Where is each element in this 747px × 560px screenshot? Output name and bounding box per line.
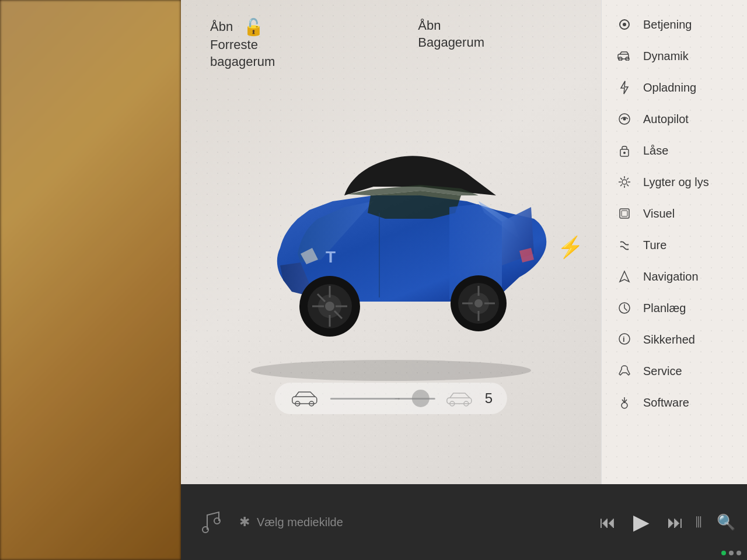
lygter-label: Lygter og lys	[643, 176, 709, 189]
sidebar-item-software[interactable]: Software	[602, 387, 747, 418]
svg-point-36	[623, 152, 626, 154]
ture-icon	[616, 237, 633, 253]
visuel-icon	[616, 205, 633, 222]
dynamik-label: Dynamik	[643, 50, 689, 63]
front-trunk-line1: Åbn	[210, 19, 233, 36]
svg-text:i: i	[623, 335, 625, 344]
visuel-label: Visuel	[643, 207, 675, 220]
front-trunk-button[interactable]: Åbn 🔓 Forreste bagagerum	[210, 18, 275, 70]
svg-point-5	[325, 302, 334, 311]
opladning-label: Opladning	[643, 81, 696, 94]
sikkerhed-label: Sikkerhed	[643, 333, 695, 346]
svg-marker-48	[620, 271, 629, 282]
spotify-dot-2	[729, 551, 734, 555]
sidebar-item-betjening[interactable]: Betjening	[602, 9, 747, 40]
betjening-label: Betjening	[643, 18, 692, 32]
svg-line-44	[627, 178, 629, 180]
media-right-controls: ⫴ 🔍	[695, 513, 735, 532]
service-icon	[616, 363, 633, 379]
svg-rect-46	[620, 209, 629, 218]
svg-line-45	[620, 184, 622, 186]
front-trunk-line2: Forreste	[210, 37, 258, 54]
sidebar-item-laase[interactable]: Låse	[602, 135, 747, 166]
sidebar-item-navigation[interactable]: Navigation	[602, 261, 747, 292]
svg-rect-29	[618, 54, 629, 59]
planlaeg-label: Planlæg	[643, 302, 686, 315]
suspension-control[interactable]: → 5	[275, 383, 507, 414]
laase-label: Låse	[643, 144, 668, 158]
navigation-icon	[616, 268, 633, 285]
settings-sidebar: Betjening Dynamik Opladning Autopilot	[601, 0, 747, 484]
svg-rect-24	[447, 398, 472, 404]
sidebar-item-autopilot[interactable]: Autopilot	[602, 103, 747, 135]
sikkerhed-icon: i	[616, 331, 633, 348]
wooden-background	[0, 0, 181, 560]
lygter-icon	[616, 174, 633, 190]
dynamik-icon	[616, 48, 633, 64]
sidebar-item-lygter[interactable]: Lygter og lys	[602, 166, 747, 198]
svg-line-43	[627, 184, 629, 186]
music-note-icon	[193, 505, 228, 540]
tesla-ui-panel: Åbn 🔓 Forreste bagagerum Åbn Bagagerum	[181, 0, 747, 560]
car-image: T	[216, 137, 566, 382]
rear-trunk-line1: Åbn	[418, 18, 441, 34]
software-icon	[616, 394, 633, 411]
svg-line-42	[620, 178, 622, 180]
svg-point-28	[623, 23, 626, 26]
autopilot-label: Autopilot	[643, 113, 689, 126]
svg-rect-21	[292, 397, 317, 404]
svg-text:T: T	[326, 248, 336, 266]
rear-trunk-line2: Bagagerum	[418, 34, 484, 51]
main-content-area: Åbn 🔓 Forreste bagagerum Åbn Bagagerum	[181, 0, 747, 484]
sidebar-item-dynamik[interactable]: Dynamik	[602, 40, 747, 72]
trunk-controls: Åbn 🔓 Forreste bagagerum Åbn Bagagerum	[210, 18, 484, 70]
sidebar-item-opladning[interactable]: Opladning	[602, 72, 747, 103]
laase-icon	[616, 142, 633, 159]
media-bar: ✱ Vælg mediekilde ⏮ ▶ ⏭ ⫴ 🔍	[181, 484, 747, 560]
service-label: Service	[643, 365, 682, 378]
ture-label: Ture	[643, 239, 666, 252]
car-display-area: Åbn 🔓 Forreste bagagerum Åbn Bagagerum	[181, 0, 601, 484]
suspension-slider-track[interactable]: →	[330, 398, 435, 400]
play-button[interactable]: ▶	[633, 510, 650, 534]
betjening-icon	[616, 16, 633, 33]
sidebar-item-service[interactable]: Service	[602, 355, 747, 387]
svg-point-52	[622, 402, 627, 408]
lightning-bolt-icon: ⚡	[557, 235, 584, 260]
spotify-dot-3	[736, 551, 741, 555]
search-icon[interactable]: 🔍	[717, 513, 735, 531]
suspension-value: 5	[485, 390, 493, 407]
rear-trunk-button[interactable]: Åbn Bagagerum	[418, 18, 484, 51]
equalizer-icon[interactable]: ⫴	[695, 513, 702, 532]
front-trunk-line3: bagagerum	[210, 54, 275, 71]
software-label: Software	[643, 396, 689, 410]
autopilot-icon	[616, 111, 633, 127]
media-source-text: Vælg mediekilde	[257, 516, 343, 529]
navigation-label: Navigation	[643, 270, 699, 284]
media-source-area[interactable]: ✱ Vælg mediekilde	[239, 514, 588, 530]
media-controls: ⏮ ▶ ⏭	[599, 510, 683, 534]
svg-rect-47	[622, 211, 627, 216]
planlaeg-icon	[616, 300, 633, 316]
svg-point-34	[623, 118, 626, 121]
svg-marker-32	[621, 81, 628, 94]
svg-point-0	[251, 360, 531, 381]
car-small-icon-left	[289, 390, 322, 407]
opladning-icon	[616, 79, 633, 96]
spotify-dot-1	[721, 551, 726, 555]
sidebar-item-planlaeg[interactable]: Planlæg	[602, 292, 747, 324]
skip-forward-button[interactable]: ⏭	[667, 513, 683, 532]
bluetooth-icon: ✱	[239, 514, 250, 530]
suspension-slider-thumb[interactable]	[412, 390, 430, 407]
svg-point-37	[622, 180, 627, 184]
sidebar-item-visuel[interactable]: Visuel	[602, 198, 747, 229]
sidebar-item-ture[interactable]: Ture	[602, 229, 747, 261]
spotify-dots	[721, 551, 741, 555]
car-small-icon-right	[444, 390, 476, 407]
svg-point-9	[474, 299, 483, 307]
sidebar-item-sikkerhed[interactable]: i Sikkerhed	[602, 324, 747, 355]
skip-back-button[interactable]: ⏮	[599, 513, 616, 532]
trunk-unlock-icon: 🔓	[243, 18, 264, 37]
